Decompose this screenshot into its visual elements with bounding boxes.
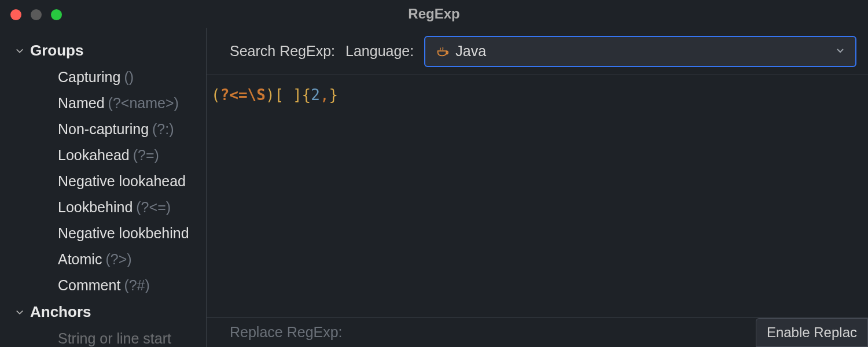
tree-item[interactable]: Lookbehind(?<=) — [0, 194, 206, 220]
chevron-down-icon — [836, 46, 845, 57]
tree-item-hint: (?<=) — [136, 199, 171, 215]
tree-item-label: Comment — [58, 277, 120, 293]
regexp-text: (?<=\S)[ ]{2,} — [211, 86, 338, 104]
close-window-icon[interactable] — [10, 9, 21, 20]
replace-regexp-label: Replace RegExp: — [230, 324, 343, 341]
tree-item-hint: (?:) — [152, 121, 174, 137]
content-pane: Search RegExp: Language: Java (?<=\S)[ ]… — [207, 28, 868, 347]
enable-replace-button[interactable]: Enable Replac — [756, 318, 868, 347]
tree-item-label: Capturing — [58, 69, 120, 85]
tree-item[interactable]: Negative lookbehind — [0, 220, 206, 246]
tree-section-groups[interactable]: Groups — [0, 37, 206, 64]
tree-item-label: Non-capturing — [58, 121, 149, 137]
regexp-editor[interactable]: (?<=\S)[ ]{2,} — [207, 75, 868, 317]
tree-item-label: String or line start — [58, 330, 171, 346]
main-area: Groups Capturing()Named(?<name>)Non-capt… — [0, 28, 868, 347]
tree-item-hint: (?=) — [133, 147, 159, 163]
tree-item[interactable]: Negative lookahead — [0, 168, 206, 194]
tree-item-hint: (?>) — [105, 251, 131, 267]
search-regexp-label: Search RegExp: — [230, 43, 335, 60]
java-icon — [436, 45, 448, 58]
titlebar: RegExp — [0, 0, 868, 28]
sidebar: Groups Capturing()Named(?<name>)Non-capt… — [0, 28, 207, 347]
tree-item-label: Lookbehind — [58, 199, 133, 215]
tree-section-label: Groups — [30, 42, 83, 60]
chevron-down-icon — [15, 46, 24, 56]
tree-section-label: Anchors — [30, 303, 91, 321]
tree-item[interactable]: Named(?<name>) — [0, 90, 206, 116]
tree-section-anchors[interactable]: Anchors — [0, 298, 206, 326]
tree-item-label: Negative lookbehind — [58, 225, 189, 241]
tree-item-label: Named — [58, 95, 105, 111]
tree-item[interactable]: Lookahead(?=) — [0, 142, 206, 168]
maximize-window-icon[interactable] — [51, 9, 62, 20]
window-title: RegExp — [408, 6, 459, 22]
tree-item-label: Negative lookahead — [58, 173, 186, 189]
minimize-window-icon[interactable] — [31, 9, 42, 20]
language-select[interactable]: Java — [424, 36, 856, 67]
chevron-down-icon — [15, 308, 24, 317]
language-select-value: Java — [455, 43, 829, 60]
tree-item[interactable]: Non-capturing(?:) — [0, 116, 206, 142]
language-label: Language: — [345, 43, 414, 60]
tree-item[interactable]: Capturing() — [0, 64, 206, 90]
replace-toolbar: Replace RegExp: Enable Replac — [207, 317, 868, 347]
search-toolbar: Search RegExp: Language: Java — [207, 28, 868, 75]
tree-item-label: Atomic — [58, 251, 102, 267]
tree-item[interactable]: Atomic(?>) — [0, 246, 206, 272]
tree-item-hint: () — [124, 69, 134, 85]
window-controls — [10, 9, 62, 20]
tree-item-label: Lookahead — [58, 147, 130, 163]
tree-item-hint: (?#) — [124, 277, 149, 293]
tree-item[interactable]: String or line start — [0, 326, 206, 347]
tree-item-hint: (?<name>) — [108, 95, 179, 111]
tree-item[interactable]: Comment(?#) — [0, 272, 206, 298]
